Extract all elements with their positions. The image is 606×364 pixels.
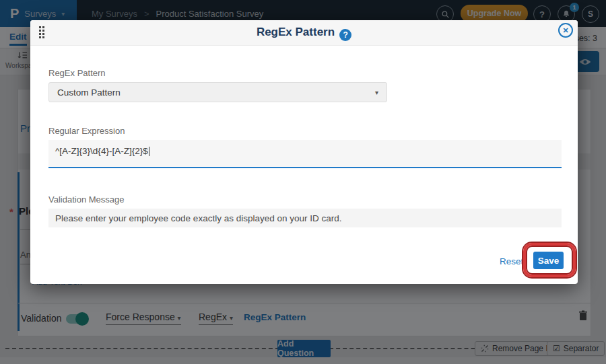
- message-field-label: Validation Message: [48, 194, 125, 205]
- validation-message-input[interactable]: Please enter your employee code exactly …: [48, 209, 562, 227]
- chevron-down-icon: ▾: [375, 89, 378, 96]
- modal-title-text: RegEx Pattern: [257, 26, 335, 38]
- modal-title: RegEx Pattern?: [30, 26, 578, 41]
- modal-close-button[interactable]: ✕: [558, 23, 573, 38]
- pattern-select[interactable]: Custom Pattern ▾: [48, 82, 387, 102]
- pattern-select-value: Custom Pattern: [57, 87, 121, 98]
- save-button[interactable]: Save: [533, 252, 564, 269]
- text-cursor: [149, 147, 149, 156]
- regex-pattern-modal: RegEx Pattern? ✕ RegEx Pattern Custom Pa…: [30, 20, 578, 284]
- validation-message-value: Please enter your employee code exactly …: [55, 213, 341, 223]
- regex-input[interactable]: ^[A-Z]{3}\d{4}-[A-Z]{2}$: [48, 140, 562, 168]
- regex-field-label: Regular Expression: [48, 126, 125, 136]
- regex-input-value: ^[A-Z]{3}\d{4}-[A-Z]{2}$: [55, 146, 148, 156]
- close-icon: ✕: [562, 26, 568, 35]
- app-screen: P Surveys ▾ My Surveys > Product Satisfa…: [0, 0, 606, 364]
- modal-help-icon[interactable]: ?: [339, 29, 351, 41]
- reset-button[interactable]: Reset: [500, 256, 523, 266]
- pattern-field-label: RegEx Pattern: [48, 68, 106, 78]
